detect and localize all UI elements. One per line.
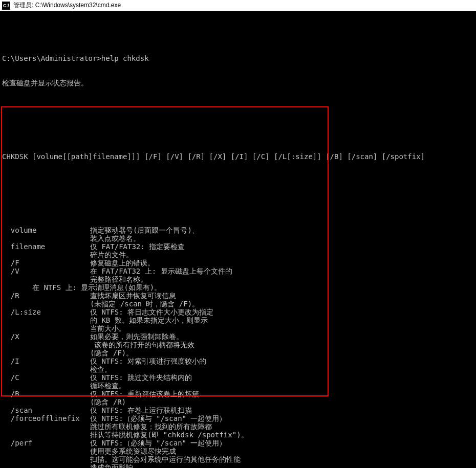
option-row: 扫描。这可能会对系统中运行的其他任务的性能 [2, 455, 474, 463]
option-desc: 循环检查。 [90, 382, 126, 390]
option-desc: 使用更多系统资源尽快完成 [90, 447, 176, 455]
option-row: /B仅 NTFS: 重新评估该卷上的坏簇 [2, 390, 474, 398]
window-titlebar[interactable]: C:\ 管理员: C:\Windows\system32\cmd.exe [0, 0, 476, 11]
option-desc: 造成负面影响。 [90, 463, 140, 468]
option-row: volume指定驱动器号(后面跟一个冒号)、 [2, 226, 474, 234]
option-desc: 的 KB 数。如果未指定大小，则显示 [90, 316, 208, 324]
option-desc: 如果必要，则先强制卸除卷。 [90, 332, 183, 341]
option-row: 完整路径和名称。 [2, 275, 474, 283]
option-desc: 仅 NTFS:（必须与 "/scan" 一起使用） [90, 414, 226, 422]
option-row: 在 NTFS 上: 显示清理消息(如果有)。 [2, 283, 474, 292]
option-name: /R [2, 292, 90, 300]
option-row: /V在 FAT/FAT32 上: 显示磁盘上每个文件的 [2, 267, 474, 275]
option-name [2, 431, 90, 439]
option-row: 该卷的所有打开的句柄都将无效 [2, 341, 474, 349]
option-name [2, 398, 90, 406]
option-row: filename仅 FAT/FAT32: 指定要检查 [2, 242, 474, 251]
option-row: 使用更多系统资源尽快完成 [2, 447, 474, 455]
option-name [2, 316, 90, 324]
option-name: /forceofflinefix [2, 414, 90, 422]
option-name: /C [2, 373, 90, 382]
option-name: /X [2, 332, 90, 341]
option-row: /X如果必要，则先强制卸除卷。 [2, 332, 474, 341]
option-row: 排队等待脱机修复(即 "chkdsk /spotfix")。 [2, 431, 474, 439]
option-desc: 仅 NTFS: 在卷上运行联机扫描 [90, 406, 192, 414]
option-row: (隐含 /F)。 [2, 349, 474, 357]
option-row: /C仅 NTFS: 跳过文件夹结构内的 [2, 373, 474, 382]
option-desc: (隐含 /R) [90, 398, 126, 406]
option-desc: 检查。 [90, 365, 112, 373]
option-name: /scan [2, 406, 90, 414]
option-row: /F修复磁盘上的错误。 [2, 259, 474, 267]
option-desc: 碎片的文件。 [90, 251, 133, 259]
option-desc: (未指定 /scan 时，隐含 /F)。 [90, 300, 199, 308]
option-desc: 仅 NTFS: 将日志文件大小更改为指定 [90, 308, 213, 316]
option-name [2, 447, 90, 455]
option-row: 跳过所有联机修复；找到的所有故障都 [2, 422, 474, 431]
option-name: volume [2, 226, 90, 234]
syntax-line: CHKDSK [volume[[path]filename]]] [/F] [/… [2, 152, 474, 161]
option-name: /V [2, 267, 90, 275]
option-name [2, 382, 90, 390]
option-desc: 仅 NTFS:（必须与 "/scan" 一起使用） [90, 439, 226, 447]
option-name: /L:size [2, 308, 90, 316]
option-row: 装入点或卷名。 [2, 234, 474, 242]
option-row: (未指定 /scan 时，隐含 /F)。 [2, 300, 474, 308]
option-desc: 仅 NTFS: 跳过文件夹结构内的 [90, 373, 192, 382]
option-name: filename [2, 242, 90, 251]
option-row: 当前大小。 [2, 324, 474, 332]
option-desc: (隐含 /F)。 [90, 349, 133, 357]
option-name [2, 349, 90, 357]
option-row: /L:size仅 NTFS: 将日志文件大小更改为指定 [2, 308, 474, 316]
option-desc: 完整路径和名称。 [90, 275, 147, 283]
option-name [2, 455, 90, 463]
options-list: volume指定驱动器号(后面跟一个冒号)、装入点或卷名。 filename仅 … [2, 226, 474, 468]
option-name [2, 422, 90, 431]
option-name [2, 234, 90, 242]
option-name: /B [2, 390, 90, 398]
option-row: /forceofflinefix仅 NTFS:（必须与 "/scan" 一起使用… [2, 414, 474, 422]
option-name [2, 341, 90, 349]
option-desc: 装入点或卷名。 [90, 234, 140, 242]
option-name [2, 251, 90, 259]
option-row: (隐含 /R) [2, 398, 474, 406]
window-title: 管理员: C:\Windows\system32\cmd.exe [13, 1, 121, 10]
option-name [2, 365, 90, 373]
option-desc: 当前大小。 [90, 324, 126, 332]
option-name: /perf [2, 439, 90, 447]
option-name [2, 463, 90, 468]
option-name [2, 300, 90, 308]
prompt-line-1: C:\Users\Administrator>help chkdsk [2, 54, 474, 62]
option-desc: 扫描。这可能会对系统中运行的其他任务的性能 [90, 455, 241, 463]
option-name [2, 275, 90, 283]
option-row: /scan仅 NTFS: 在卷上运行联机扫描 [2, 406, 474, 414]
option-desc: 该卷的所有打开的句柄都将无效 [90, 341, 194, 349]
option-desc: 修复磁盘上的错误。 [90, 259, 155, 267]
option-name [2, 324, 90, 332]
option-desc: 仅 NTFS: 对索引项进行强度较小的 [90, 357, 206, 365]
option-row: 碎片的文件。 [2, 251, 474, 259]
option-desc: 查找坏扇区并恢复可读信息 [90, 292, 176, 300]
option-name: /I [2, 357, 90, 365]
summary-line: 检查磁盘并显示状态报告。 [2, 79, 474, 87]
option-row: /perf仅 NTFS:（必须与 "/scan" 一起使用） [2, 439, 474, 447]
option-row: /R查找坏扇区并恢复可读信息 [2, 292, 474, 300]
option-name: /F [2, 259, 90, 267]
option-desc: 指定驱动器号(后面跟一个冒号)、 [90, 226, 199, 234]
option-row: /I仅 NTFS: 对索引项进行强度较小的 [2, 357, 474, 365]
option-desc: 在 FAT/FAT32 上: 显示磁盘上每个文件的 [90, 267, 232, 275]
option-row: 循环检查。 [2, 382, 474, 390]
terminal-output: C:\Users\Administrator>help chkdsk 检查磁盘并… [0, 11, 476, 468]
option-row: 的 KB 数。如果未指定大小，则显示 [2, 316, 474, 324]
cmd-icon: C:\ [2, 2, 10, 10]
option-row: 检查。 [2, 365, 474, 373]
option-desc: 仅 NTFS: 重新评估该卷上的坏簇 [90, 390, 199, 398]
option-desc: 仅 FAT/FAT32: 指定要检查 [90, 242, 185, 251]
option-row: 造成负面影响。 [2, 463, 474, 468]
option-desc: 跳过所有联机修复；找到的所有故障都 [90, 422, 212, 431]
option-desc: 排队等待脱机修复(即 "chkdsk /spotfix")。 [90, 431, 248, 439]
